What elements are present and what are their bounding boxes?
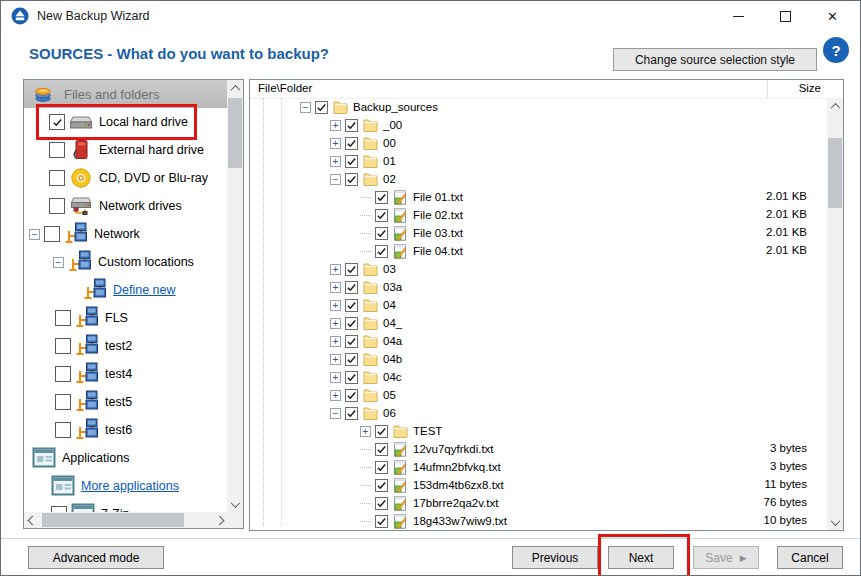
tree-row[interactable]: 14ufmn2bfvkq.txt3 bytes bbox=[250, 458, 827, 476]
tree-row[interactable]: +_00 bbox=[250, 116, 827, 134]
tree-row[interactable]: 18g433w7wiw9.txt10 bytes bbox=[250, 512, 827, 530]
item-checkbox[interactable] bbox=[375, 227, 388, 240]
tree-expander-icon[interactable]: − bbox=[300, 102, 311, 113]
tree-expander-icon[interactable]: − bbox=[330, 174, 341, 185]
item-checkbox[interactable] bbox=[55, 310, 71, 326]
item-checkbox[interactable] bbox=[49, 198, 65, 214]
item-checkbox[interactable] bbox=[345, 263, 358, 276]
maximize-button[interactable] bbox=[762, 1, 809, 31]
item-checkbox[interactable] bbox=[55, 366, 71, 382]
tree-expander-icon[interactable]: + bbox=[330, 282, 341, 293]
tree-row[interactable]: +TEST bbox=[250, 422, 827, 440]
group-header-files-and-folders[interactable]: Files and folders bbox=[24, 80, 227, 108]
item-checkbox[interactable] bbox=[345, 137, 358, 150]
item-checkbox[interactable] bbox=[345, 389, 358, 402]
item-checkbox[interactable] bbox=[375, 497, 388, 510]
scrollbar-thumb[interactable] bbox=[42, 513, 184, 527]
source-item-local-hard-drive[interactable]: Local hard drive bbox=[24, 108, 227, 136]
tree-expander-icon[interactable]: − bbox=[53, 257, 64, 268]
item-checkbox[interactable] bbox=[345, 353, 358, 366]
item-checkbox[interactable] bbox=[375, 191, 388, 204]
left-panel-vertical-scrollbar[interactable] bbox=[227, 80, 243, 512]
source-item-more-applications[interactable]: More applications bbox=[24, 472, 227, 500]
item-checkbox[interactable] bbox=[345, 155, 358, 168]
item-checkbox[interactable] bbox=[375, 515, 388, 528]
tree-expander-icon[interactable]: + bbox=[330, 354, 341, 365]
help-icon[interactable]: ? bbox=[823, 37, 849, 63]
item-checkbox[interactable] bbox=[375, 425, 388, 438]
tree-row[interactable]: +04a bbox=[250, 332, 827, 350]
tree-expander-icon[interactable]: + bbox=[330, 156, 341, 167]
next-button[interactable]: Next bbox=[608, 546, 674, 569]
change-source-selection-style-button[interactable]: Change source selection style bbox=[613, 48, 817, 71]
item-checkbox[interactable] bbox=[55, 338, 71, 354]
advanced-mode-button[interactable]: Advanced mode bbox=[28, 546, 164, 569]
column-size[interactable]: Size bbox=[799, 82, 821, 94]
item-checkbox[interactable] bbox=[375, 245, 388, 258]
scroll-right-icon[interactable] bbox=[211, 512, 227, 528]
tree-expander-icon[interactable]: + bbox=[330, 372, 341, 383]
item-checkbox[interactable] bbox=[345, 173, 358, 186]
tree-row[interactable]: +00 bbox=[250, 134, 827, 152]
item-checkbox[interactable] bbox=[55, 422, 71, 438]
tree-expander-icon[interactable]: + bbox=[330, 120, 341, 131]
source-item-7-zip[interactable]: 7-Zip bbox=[24, 500, 227, 512]
tree-row[interactable]: −Backup_sources bbox=[250, 98, 827, 116]
source-item-cd-dvd-bluray[interactable]: CD, DVD or Blu-ray bbox=[24, 164, 227, 192]
scroll-left-icon[interactable] bbox=[24, 512, 40, 528]
source-item-test2[interactable]: test2 bbox=[24, 332, 227, 360]
tree-expander-icon[interactable]: + bbox=[330, 138, 341, 149]
item-checkbox[interactable] bbox=[375, 479, 388, 492]
tree-row[interactable]: +01 bbox=[250, 152, 827, 170]
tree-expander-icon[interactable]: − bbox=[330, 408, 341, 419]
tree-row[interactable]: +03 bbox=[250, 260, 827, 278]
item-checkbox[interactable] bbox=[345, 119, 358, 132]
source-item-applications[interactable]: Applications bbox=[24, 444, 227, 472]
item-checkbox[interactable] bbox=[55, 394, 71, 410]
right-panel-vertical-scrollbar[interactable] bbox=[827, 98, 843, 530]
item-checkbox[interactable] bbox=[49, 114, 65, 130]
tree-expander-icon[interactable]: + bbox=[330, 336, 341, 347]
item-checkbox[interactable] bbox=[345, 371, 358, 384]
tree-expander-icon[interactable]: + bbox=[360, 426, 371, 437]
close-button[interactable]: ✕ bbox=[809, 1, 856, 31]
source-item-test4[interactable]: test4 bbox=[24, 360, 227, 388]
tree-row[interactable]: +04b bbox=[250, 350, 827, 368]
item-checkbox[interactable] bbox=[49, 142, 65, 158]
tree-row[interactable]: 17bbrre2qa2v.txt76 bytes bbox=[250, 494, 827, 512]
tree-row[interactable]: +04c bbox=[250, 368, 827, 386]
tree-expander-icon[interactable]: + bbox=[330, 318, 341, 329]
item-checkbox[interactable] bbox=[345, 317, 358, 330]
tree-row[interactable]: 12vu7qyfrkdi.txt3 bytes bbox=[250, 440, 827, 458]
tree-row[interactable]: File 01.txt2.01 KB bbox=[250, 188, 827, 206]
tree-expander-icon[interactable]: − bbox=[29, 229, 40, 240]
source-item-custom-locations[interactable]: −Custom locations bbox=[24, 248, 227, 276]
item-checkbox[interactable] bbox=[44, 226, 60, 242]
tree-row[interactable]: +04_ bbox=[250, 314, 827, 332]
tree-row[interactable]: +05 bbox=[250, 386, 827, 404]
tree-expander-icon[interactable]: + bbox=[330, 390, 341, 401]
item-checkbox[interactable] bbox=[49, 170, 65, 186]
scrollbar-thumb[interactable] bbox=[828, 138, 842, 208]
source-item-fls[interactable]: FLS bbox=[24, 304, 227, 332]
tree-row[interactable]: File 02.txt2.01 KB bbox=[250, 206, 827, 224]
source-item-network-drives[interactable]: Network drives bbox=[24, 192, 227, 220]
scroll-up-icon[interactable] bbox=[227, 80, 243, 96]
source-item-test6[interactable]: test6 bbox=[24, 416, 227, 444]
minimize-button[interactable] bbox=[715, 1, 762, 31]
item-checkbox[interactable] bbox=[345, 335, 358, 348]
scroll-down-icon[interactable] bbox=[827, 514, 843, 530]
cancel-button[interactable]: Cancel bbox=[777, 546, 843, 569]
source-item-define-new[interactable]: Define new bbox=[24, 276, 227, 304]
item-checkbox[interactable] bbox=[375, 209, 388, 222]
column-file-folder[interactable]: File\Folder bbox=[258, 82, 312, 94]
item-checkbox[interactable] bbox=[375, 461, 388, 474]
item-checkbox[interactable] bbox=[345, 281, 358, 294]
scrollbar-thumb[interactable] bbox=[228, 98, 242, 168]
tree-row[interactable]: −06 bbox=[250, 404, 827, 422]
source-item-network[interactable]: −Network bbox=[24, 220, 227, 248]
scroll-up-icon[interactable] bbox=[827, 98, 843, 114]
tree-row[interactable]: File 04.txt2.01 KB bbox=[250, 242, 827, 260]
tree-row[interactable]: +03a bbox=[250, 278, 827, 296]
tree-expander-icon[interactable]: + bbox=[330, 300, 341, 311]
